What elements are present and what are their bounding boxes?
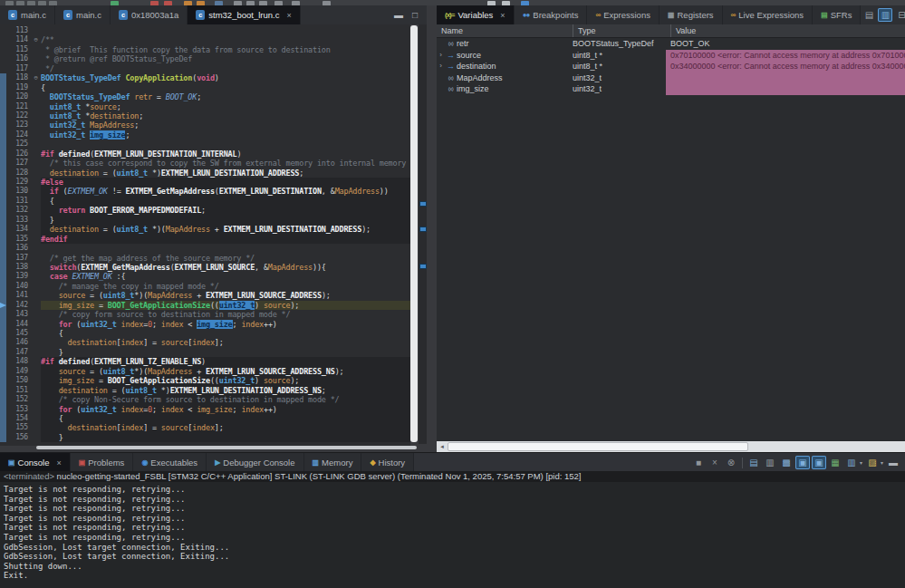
code-line-130[interactable]: 130 if (EXTMEM_OK != EXTMEM_GetMapAddres… <box>0 187 410 196</box>
variables-horizontal-scrollbar[interactable]: ◂ <box>437 441 905 452</box>
editor-tab-main-c[interactable]: cmain.c <box>0 5 55 24</box>
code-line-113[interactable]: 113 <box>0 26 410 35</box>
code-line-147[interactable]: 147 } <box>0 348 410 357</box>
code-line-154[interactable]: 154 { <box>0 414 410 423</box>
code-line-125[interactable]: 125 <box>0 140 410 149</box>
display-console-icon[interactable]: ▥ <box>844 456 859 469</box>
code-line-129[interactable]: 129#else <box>0 178 410 187</box>
code-line-119[interactable]: 119{ <box>0 83 410 92</box>
code-line-122[interactable]: 122 uint8_t *destination; <box>0 111 410 120</box>
minimize-view-icon[interactable]: ▬ <box>391 8 406 22</box>
code-line-114[interactable]: 114⊖/** <box>0 35 410 44</box>
view-tab-debugger-console[interactable]: ▶Debugger Console <box>207 453 303 472</box>
editor-tab-stm32-boot-lrun-c[interactable]: cstm32_boot_lrun.c× <box>188 5 300 24</box>
show-type-names-icon[interactable]: ▤ <box>862 8 876 22</box>
minimize-icon[interactable]: ▬ <box>886 456 900 469</box>
occurrence-marker[interactable] <box>419 264 427 269</box>
code-editor[interactable]: 113114⊖/**115 * @brief This function cop… <box>0 24 410 446</box>
scroll-lock-icon[interactable]: ▥ <box>763 456 777 469</box>
code-line-134[interactable]: 134 destination = (uint8_t *)(MapAddress… <box>0 225 410 234</box>
variable-row[interactable]: (x)MapAddressuint32_t <box>437 72 905 84</box>
column-header-name[interactable]: Name <box>437 24 573 37</box>
scrollbar-thumb[interactable] <box>448 442 748 451</box>
fold-marker-icon[interactable]: ⊖ <box>31 35 41 44</box>
view-tab-expressions[interactable]: ∞Expressions <box>587 5 659 24</box>
code-line-124[interactable]: 124 uint32_t img_size; <box>0 130 410 140</box>
code-line-149[interactable]: 149 source = (uint8_t*)(MapAddress + EXT… <box>0 367 410 376</box>
view-tab-sfrs[interactable]: ▤SFRs <box>813 5 861 24</box>
occurrence-marker[interactable] <box>419 201 427 207</box>
code-line-117[interactable]: 117 */ <box>0 64 410 73</box>
code-line-115[interactable]: 115 * @brief This function copy the data… <box>0 45 410 54</box>
view-tab-console[interactable]: ▣Console× <box>0 453 71 472</box>
close-icon[interactable]: × <box>500 11 505 20</box>
close-icon[interactable]: × <box>56 458 61 468</box>
code-line-126[interactable]: 126#if defined(EXTMEM_LRUN_DESTINATION_I… <box>0 149 410 159</box>
variable-row[interactable]: (x)img_sizeuint32_t <box>437 83 905 95</box>
code-line-156[interactable]: 156 } <box>0 433 410 442</box>
code-line-153[interactable]: 153 for (uint32_t index=0; index < img_s… <box>0 405 410 414</box>
remove-launch-icon[interactable]: × <box>708 456 722 469</box>
code-line-118[interactable]: 118⊖BOOTStatus_TypeDef CopyApplication(v… <box>0 73 410 82</box>
code-line-128[interactable]: 128 destination = (uint8_t *)EXTMEM_LRUN… <box>0 169 410 178</box>
code-line-145[interactable]: 145 { <box>0 329 410 338</box>
code-line-136[interactable]: 136 <box>0 244 410 253</box>
fold-marker-icon[interactable]: ⊖ <box>31 73 41 82</box>
code-line-144[interactable]: 144 for (uint32_t index=0; index < img_s… <box>0 320 410 329</box>
dropdown-arrow-icon[interactable]: ▾ <box>860 459 862 466</box>
dropdown-arrow-icon[interactable]: ▾ <box>881 459 883 466</box>
code-line-141[interactable]: 141 source = (uint8_t*)(MapAddress + EXT… <box>0 291 410 300</box>
terminate-icon[interactable]: ■ <box>691 456 706 469</box>
code-line-120[interactable]: 120 BOOTStatus_TypeDef retr = BOOT_OK; <box>0 92 410 101</box>
view-tab-live-expressions[interactable]: ∞Live Expressions <box>723 5 814 24</box>
maximize-view-icon[interactable]: □ <box>408 8 422 22</box>
code-line-148[interactable]: 148#if defined(EXTMEM_LRUN_TZ_ENABLE_NS) <box>0 357 410 366</box>
editor-overview-ruler[interactable] <box>419 24 427 444</box>
code-line-146[interactable]: 146 destination[index] = source[index]; <box>0 338 410 347</box>
editor-tab-0x18003a1a[interactable]: c0x18003a1a <box>111 5 188 24</box>
view-tab-variables[interactable]: (x)=Variables× <box>437 5 515 24</box>
variable-row[interactable]: ›→sourceuint8_t *0x70100000 <error: Cann… <box>437 50 905 62</box>
open-console-icon[interactable]: ▨ <box>865 456 880 469</box>
occurrence-marker[interactable] <box>419 227 427 232</box>
code-line-142[interactable]: 142 img_size = BOOT_GetApplicationSize((… <box>0 301 410 310</box>
code-line-116[interactable]: 116 * @return @ref BOOTStatus_TypeDef <box>0 54 410 63</box>
scroll-left-icon[interactable]: ◂ <box>437 443 448 450</box>
code-line-135[interactable]: 135#endif <box>0 235 410 244</box>
expander-icon[interactable]: › <box>437 61 445 72</box>
show-stdout-change-icon[interactable]: ▣ <box>795 456 810 469</box>
code-line-143[interactable]: 143 /* copy form source to destination i… <box>0 310 410 319</box>
editor-vertical-scrollbar[interactable] <box>410 25 418 442</box>
code-line-150[interactable]: 150 img_size = BOOT_GetApplicationSize((… <box>0 376 410 385</box>
view-tab-registers[interactable]: ▦Registers <box>659 5 723 24</box>
pin-console-icon[interactable]: ▦ <box>828 456 842 469</box>
show-stderr-change-icon[interactable]: ▣ <box>812 456 826 469</box>
code-line-138[interactable]: 138 switch(EXTMEM_GetMapAddress(EXTMEM_L… <box>0 263 410 272</box>
word-wrap-icon[interactable]: ▩ <box>779 456 794 469</box>
code-line-137[interactable]: 137 /* get the map address of the source… <box>0 254 410 263</box>
editor-horizontal-scrollbar[interactable] <box>36 446 417 449</box>
view-tab-problems[interactable]: ▣Problems <box>71 453 134 472</box>
variable-row[interactable]: (x)retrBOOTStatus_TypeDefBOOT_OK <box>437 38 905 50</box>
code-line-123[interactable]: 123 uint32_t MapAddress; <box>0 120 410 130</box>
expander-icon[interactable]: › <box>437 50 445 62</box>
view-tab-breakpoints[interactable]: ●●Breakpoints <box>515 5 588 24</box>
code-line-139[interactable]: 139 case EXTMEM_OK :{ <box>0 272 410 281</box>
editor-tab-main-c[interactable]: cmain.c <box>55 5 111 24</box>
code-line-152[interactable]: 152 /* copy Non-Secure form source to de… <box>0 395 410 404</box>
code-line-131[interactable]: 131 { <box>0 197 410 206</box>
remove-all-launches-icon[interactable]: ⊗ <box>724 456 738 469</box>
code-line-151[interactable]: 151 destination = (uint8_t *)EXTMEM_LRUN… <box>0 386 410 395</box>
column-header-type[interactable]: Type <box>573 24 670 37</box>
clear-console-icon[interactable]: ▤ <box>746 456 761 469</box>
variable-row[interactable]: ›→destinationuint8_t *0x34000000 <error:… <box>437 61 905 72</box>
collapse-all-icon[interactable]: ⊟ <box>894 8 905 22</box>
code-line-127[interactable]: 127 /* this case correspond to copy the … <box>0 159 410 168</box>
view-tab-history[interactable]: ◆History <box>361 453 414 472</box>
show-logical-structure-icon[interactable]: ▥ <box>878 8 892 22</box>
console-output[interactable]: Target is not responding, retrying...Tar… <box>0 482 905 588</box>
view-tab-executables[interactable]: ◉Executables <box>133 453 207 472</box>
close-icon[interactable]: × <box>286 11 291 20</box>
code-line-155[interactable]: 155 destination[index] = source[index]; <box>0 423 410 432</box>
code-line-140[interactable]: 140 /* manage the copy in mapped mode */ <box>0 282 410 291</box>
